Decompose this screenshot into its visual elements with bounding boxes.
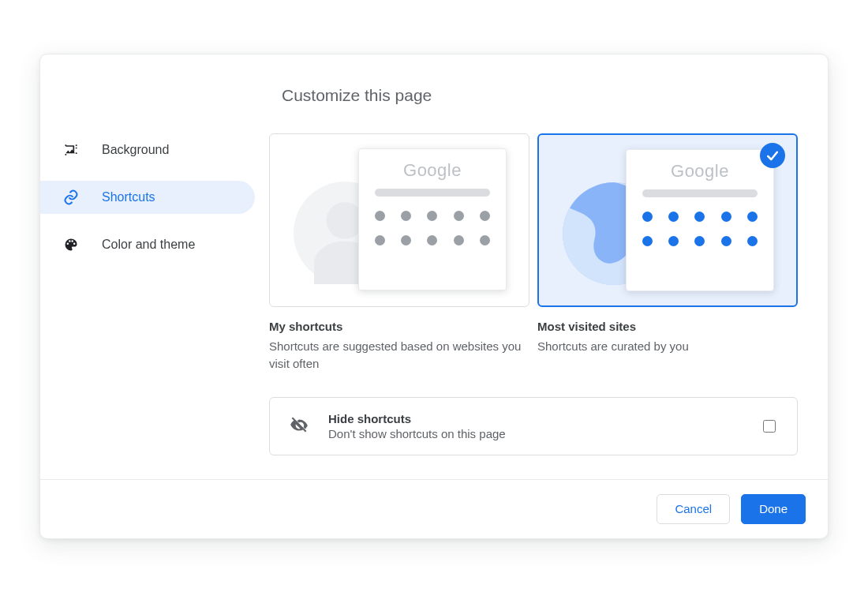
- search-bar-placeholder: [642, 189, 757, 197]
- shortcut-options: Google My shortcuts Shortcuts are su: [269, 133, 798, 373]
- main-panel: Customize this page Google: [269, 54, 828, 479]
- sidebar-item-label: Shortcuts: [102, 190, 155, 204]
- preview-tile: Google: [626, 149, 774, 291]
- preview-tile: Google: [358, 148, 507, 290]
- option-description: Shortcuts are suggested based on website…: [269, 338, 529, 373]
- google-logo: Google: [671, 161, 729, 182]
- option-card: Google: [269, 133, 529, 307]
- hide-shortcuts-text: Hide shortcuts Don't show shortcuts on t…: [328, 412, 741, 440]
- cancel-button[interactable]: Cancel: [657, 494, 730, 524]
- link-icon: [62, 189, 80, 206]
- sidebar-item-shortcuts[interactable]: Shortcuts: [40, 181, 255, 214]
- sidebar-item-label: Color and theme: [102, 238, 195, 252]
- hide-shortcuts-row: Hide shortcuts Don't show shortcuts on t…: [269, 397, 798, 455]
- dialog-footer: Cancel Done: [40, 479, 828, 538]
- check-icon: [760, 143, 785, 168]
- sidebar: Background Shortcuts Color and theme: [40, 54, 269, 479]
- option-most-visited[interactable]: Google Most visited sites Shortcuts: [537, 133, 798, 373]
- hide-shortcuts-title: Hide shortcuts: [328, 412, 741, 425]
- option-my-shortcuts[interactable]: Google My shortcuts Shortcuts are su: [269, 133, 529, 373]
- dialog-body: Background Shortcuts Color and theme Cus…: [40, 54, 828, 479]
- customize-dialog: Background Shortcuts Color and theme Cus…: [39, 54, 829, 539]
- hide-shortcuts-checkbox[interactable]: [763, 420, 776, 433]
- shortcut-dots: [642, 212, 757, 246]
- sidebar-item-theme[interactable]: Color and theme: [40, 228, 255, 261]
- option-card: Google: [537, 133, 798, 307]
- visibility-off-icon: [289, 414, 309, 438]
- option-description: Shortcuts are curated by you: [537, 338, 798, 356]
- sidebar-item-background[interactable]: Background: [40, 133, 255, 167]
- search-bar-placeholder: [375, 189, 489, 197]
- image-icon: [62, 141, 80, 159]
- option-title: Most visited sites: [537, 320, 798, 333]
- hide-shortcuts-subtitle: Don't show shortcuts on this page: [328, 427, 741, 440]
- option-title: My shortcuts: [269, 320, 529, 333]
- google-logo: Google: [403, 160, 462, 181]
- shortcut-dots: [375, 211, 489, 245]
- sidebar-item-label: Background: [102, 143, 169, 157]
- done-button[interactable]: Done: [741, 494, 806, 524]
- dialog-title: Customize this page: [282, 74, 798, 118]
- palette-icon: [62, 236, 80, 253]
